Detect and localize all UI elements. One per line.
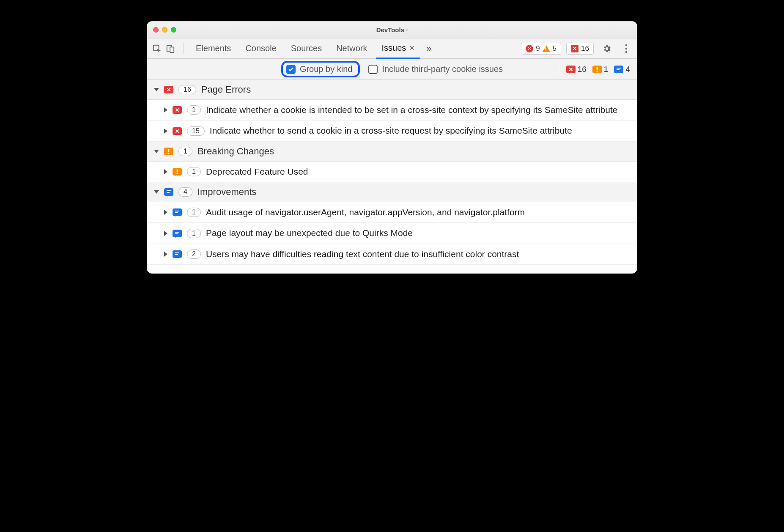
- info-bubble-icon: [614, 66, 623, 73]
- more-options-button[interactable]: [620, 42, 633, 55]
- issue-count: 1: [187, 105, 201, 115]
- issue-count: 1: [187, 167, 201, 176]
- svg-rect-13: [177, 173, 178, 174]
- expand-icon: [164, 107, 167, 112]
- info-bubble-icon: [173, 250, 182, 258]
- tab-label: Network: [336, 44, 367, 53]
- bottom-padding: [147, 265, 637, 273]
- warning-bubble-icon: [164, 148, 173, 155]
- issue-text: Deprecated Feature Used: [206, 166, 630, 178]
- issue-text: Page layout may be unexpected due to Qui…: [206, 227, 630, 239]
- group-label: Page Errors: [201, 84, 251, 95]
- svg-rect-11: [168, 153, 170, 154]
- issue-row[interactable]: 1 Deprecated Feature Used: [147, 162, 637, 182]
- tab-label: Issues: [382, 43, 406, 53]
- group-breaking-changes[interactable]: 1 Breaking Changes: [147, 142, 637, 162]
- minimize-window-button[interactable]: [162, 27, 167, 33]
- tab-label: Elements: [196, 44, 231, 53]
- svg-point-5: [625, 51, 627, 52]
- issue-text: Audit usage of navigator.userAgent, navi…: [206, 206, 630, 218]
- tabbar: Elements Console Sources Network Issues …: [147, 38, 637, 59]
- close-window-button[interactable]: [153, 27, 159, 33]
- breaking-changes-count[interactable]: 1: [592, 65, 609, 74]
- tab-console[interactable]: Console: [239, 38, 282, 59]
- warning-bubble-icon: [592, 66, 602, 73]
- svg-rect-16: [175, 211, 179, 211]
- error-count: 9: [536, 44, 540, 53]
- toggle-device-button[interactable]: [165, 43, 176, 54]
- issue-count: 1: [187, 208, 201, 217]
- console-status-button[interactable]: ✕ 9 5: [521, 43, 561, 55]
- warning-icon: [543, 45, 550, 52]
- expand-icon: [164, 210, 167, 215]
- issue-row[interactable]: 15 Indicate whether to send a cookie in …: [147, 121, 637, 141]
- more-tabs-button[interactable]: »: [423, 43, 435, 54]
- group-improvements[interactable]: 4 Improvements: [147, 182, 637, 202]
- issues-list: 16 Page Errors 1 Indicate whether a cook…: [147, 80, 637, 273]
- svg-rect-18: [175, 232, 179, 233]
- svg-rect-17: [175, 212, 178, 213]
- page-errors-count[interactable]: 16: [566, 65, 587, 74]
- expand-icon: [164, 231, 167, 236]
- issue-row[interactable]: 1 Indicate whether a cookie is intended …: [147, 100, 637, 121]
- svg-rect-9: [617, 69, 620, 70]
- error-bubble-icon: [173, 106, 182, 114]
- close-tab-icon[interactable]: ×: [409, 43, 414, 53]
- svg-rect-15: [167, 192, 170, 193]
- info-bubble-icon: [173, 208, 182, 216]
- expand-icon: [154, 190, 159, 194]
- group-count: 4: [178, 187, 192, 197]
- issues-toolbar: Group by kind Include third-party cookie…: [147, 59, 637, 80]
- expand-icon: [154, 150, 159, 153]
- expand-icon: [164, 129, 167, 134]
- svg-rect-10: [168, 149, 170, 152]
- inspect-element-button[interactable]: [151, 43, 162, 54]
- window-title: DevTools ·: [147, 26, 637, 33]
- checkbox-label: Group by kind: [300, 64, 353, 74]
- issue-row[interactable]: 1 Page layout may be unexpected due to Q…: [147, 223, 637, 244]
- error-icon: ✕: [526, 45, 533, 52]
- svg-rect-12: [177, 170, 178, 173]
- svg-point-4: [625, 47, 627, 49]
- group-label: Improvements: [197, 186, 256, 197]
- improvements-count[interactable]: 4: [614, 65, 630, 74]
- titlebar: DevTools ·: [147, 22, 637, 38]
- error-bubble-icon: [566, 66, 576, 73]
- tab-network[interactable]: Network: [330, 38, 373, 59]
- issue-count: 1: [187, 229, 201, 238]
- svg-point-3: [625, 44, 627, 46]
- issue-text: Indicate whether to send a cookie in a c…: [210, 125, 630, 137]
- issue-row[interactable]: 2 Users may have difficulties reading te…: [147, 244, 637, 265]
- group-by-kind-checkbox[interactable]: Group by kind: [281, 61, 360, 77]
- issue-text: Indicate whether a cookie is intended to…: [206, 104, 630, 116]
- warning-bubble-icon: [173, 168, 182, 176]
- issues-status-button[interactable]: ✕ 16: [566, 43, 594, 55]
- toolbar-counts: 16 1 4: [560, 63, 630, 75]
- issue-count: 15: [187, 126, 205, 136]
- svg-rect-21: [175, 254, 178, 255]
- checkbox-checked-icon: [286, 65, 296, 74]
- svg-rect-19: [175, 233, 178, 234]
- svg-rect-6: [597, 67, 598, 70]
- settings-button[interactable]: [600, 42, 613, 55]
- info-bubble-icon: [173, 230, 182, 237]
- svg-rect-2: [170, 47, 174, 52]
- group-label: Breaking Changes: [197, 146, 274, 157]
- tab-sources[interactable]: Sources: [285, 38, 328, 59]
- error-bubble-icon: [173, 127, 182, 135]
- expand-icon: [164, 169, 167, 174]
- svg-rect-14: [167, 190, 171, 191]
- tab-elements[interactable]: Elements: [190, 38, 237, 59]
- checkbox-label: Include third-party cookie issues: [382, 64, 503, 74]
- include-third-party-checkbox[interactable]: Include third-party cookie issues: [368, 64, 503, 74]
- group-page-errors[interactable]: 16 Page Errors: [147, 80, 637, 100]
- group-count: 16: [178, 85, 196, 94]
- zoom-window-button[interactable]: [171, 27, 176, 33]
- tab-issues[interactable]: Issues ×: [376, 38, 421, 59]
- svg-rect-20: [175, 252, 179, 253]
- info-bubble-icon: [164, 188, 173, 196]
- divider: [184, 43, 184, 54]
- issues-count: 16: [581, 44, 589, 53]
- error-bubble-icon: [164, 86, 173, 93]
- issue-row[interactable]: 1 Audit usage of navigator.userAgent, na…: [147, 202, 637, 223]
